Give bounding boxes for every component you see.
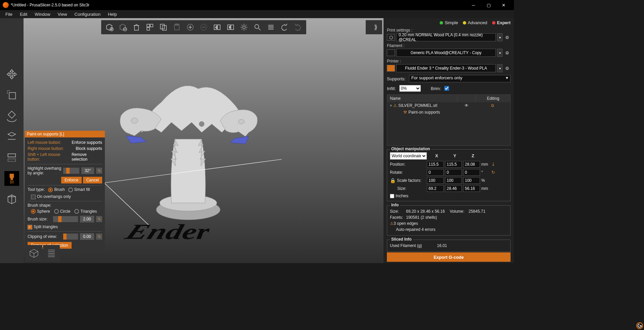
coord-mode-select[interactable]: World coordinates	[390, 152, 427, 160]
size-z[interactable]	[463, 185, 480, 192]
split-parts-button[interactable]: P	[225, 22, 236, 33]
infill-select[interactable]: 0%	[399, 85, 421, 92]
menu-view[interactable]: View	[54, 11, 71, 18]
svg-point-33	[243, 26, 245, 29]
seam-tool[interactable]	[4, 192, 19, 207]
mode-advanced[interactable]: Advanced	[463, 20, 487, 25]
copy-button[interactable]	[158, 22, 169, 33]
remove-instance-button[interactable]	[198, 22, 209, 33]
app-icon	[3, 2, 9, 8]
arrange-button[interactable]	[144, 22, 156, 33]
printer-dropdown-icon[interactable]: ▾	[497, 64, 502, 72]
lock-icon[interactable]: 🔒	[390, 178, 396, 183]
sphere-radio[interactable]: Sphere	[31, 209, 50, 214]
rot-x[interactable]	[427, 169, 444, 176]
delete-button[interactable]	[131, 22, 142, 33]
place-tool[interactable]	[4, 129, 19, 144]
svg-point-43	[238, 119, 244, 124]
highlight-angle-input[interactable]	[81, 167, 94, 174]
print-gear-icon[interactable]: ⚙	[504, 34, 511, 41]
menu-configuration[interactable]: Configuration	[71, 11, 104, 18]
menu-help[interactable]: Help	[105, 11, 120, 18]
printer-gear-icon[interactable]: ⚙	[504, 65, 511, 72]
print-settings-select[interactable]: 0.20 mm NORMAL Wood PLA (0.4 mm nozzle) …	[396, 33, 496, 41]
scale-x[interactable]	[427, 177, 444, 184]
printer-swatch	[387, 65, 395, 72]
edit-icon[interactable]: ✎	[96, 234, 102, 240]
rot-z[interactable]	[463, 169, 480, 176]
visibility-icon[interactable]: 👁	[457, 103, 476, 108]
clipping-input[interactable]	[80, 233, 94, 240]
pos-x[interactable]	[427, 161, 444, 168]
left-toolbar	[0, 18, 24, 263]
search-button[interactable]	[252, 22, 263, 33]
add-instance-button[interactable]	[185, 22, 196, 33]
split-triangles-check[interactable]: Split triangles	[28, 224, 58, 229]
menu-edit[interactable]: Edit	[16, 11, 31, 18]
mode-selector-row: Simple Advanced Expert	[384, 18, 514, 27]
layers-button[interactable]	[265, 22, 277, 33]
mode-expert[interactable]: Expert	[492, 20, 511, 25]
brush-radio[interactable]: Brush	[48, 187, 65, 192]
scale-tool[interactable]	[4, 88, 19, 102]
rotate-tool[interactable]	[4, 109, 19, 123]
move-tool[interactable]	[4, 67, 19, 82]
redo-button[interactable]	[292, 22, 304, 33]
object-row[interactable]: ▾ ⚠ SILVER_POMMEL.stl 👁 ⧉	[387, 102, 510, 109]
edit-icon[interactable]: ✎	[96, 168, 102, 174]
size-x[interactable]	[427, 185, 444, 192]
cancel-button[interactable]: Cancel	[83, 177, 102, 183]
settings-gear-button[interactable]	[238, 22, 250, 33]
split-objects-button[interactable]: O	[211, 22, 223, 33]
print-dropdown-icon[interactable]: ▾	[497, 33, 502, 41]
filament-dropdown-icon[interactable]: ▾	[497, 49, 502, 57]
filament-gear-icon[interactable]: ⚙	[504, 49, 511, 56]
scale-z[interactable]	[463, 177, 480, 184]
view-layers-button[interactable]	[43, 245, 60, 262]
printer-select[interactable]: Fluidd Ender 3 * Creality Ender-3 - Wood…	[396, 64, 496, 72]
size-y[interactable]	[445, 185, 462, 192]
pos-z[interactable]	[463, 161, 480, 168]
overhangs-only-check[interactable]: On overhangs only	[31, 194, 71, 199]
view-3d-button[interactable]	[26, 245, 42, 262]
viewport-3d[interactable]: O P ⟪ ⟫ Ender	[24, 18, 384, 263]
add-button[interactable]	[104, 22, 115, 33]
highlight-angle-slider[interactable]	[63, 168, 79, 174]
supports-select[interactable]: For support enforcers only▾	[409, 75, 511, 82]
mode-simple[interactable]: Simple	[440, 20, 458, 25]
brushsize-input[interactable]	[80, 216, 94, 222]
brushsize-slider[interactable]	[53, 216, 78, 222]
filament-label: Filament :	[387, 43, 511, 48]
maximize-button[interactable]: ▢	[481, 0, 496, 10]
brim-checkbox[interactable]	[444, 85, 449, 92]
menu-window[interactable]: Window	[31, 11, 53, 18]
smartfill-radio[interactable]: Smart fill	[68, 187, 90, 192]
paint-supports-tool[interactable]	[4, 171, 19, 186]
edit-icon[interactable]: ✎	[96, 216, 102, 222]
object-name: SILVER_POMMEL.stl	[398, 103, 456, 108]
rot-y[interactable]	[445, 169, 462, 176]
reset-rotate-icon[interactable]: ↻	[491, 170, 495, 175]
menu-file[interactable]: File	[2, 11, 16, 18]
object-subrow[interactable]: ⚒ Paint-on supports	[387, 109, 510, 116]
svg-rect-4	[8, 159, 16, 162]
scale-y[interactable]	[445, 177, 462, 184]
minimize-button[interactable]: ─	[466, 0, 481, 10]
filament-select[interactable]: Generic PLA Wood@CREALITY - Copy	[396, 49, 496, 57]
export-gcode-button[interactable]: Export G-code	[387, 252, 511, 262]
remove-button[interactable]	[117, 22, 129, 33]
inches-check[interactable]: Inches	[390, 193, 408, 198]
clipping-slider[interactable]	[63, 234, 78, 240]
triangles-radio[interactable]: Triangles	[74, 209, 97, 214]
cut-tool[interactable]	[4, 150, 19, 165]
sliced-legend: Sliced Info	[390, 237, 413, 242]
circle-radio[interactable]: Circle	[54, 209, 71, 214]
pos-y[interactable]	[445, 161, 462, 168]
collapse-toolbar-right[interactable]: ⟫	[369, 20, 382, 34]
close-button[interactable]: ✕	[496, 0, 511, 10]
paste-button[interactable]	[171, 22, 183, 33]
editing-icon[interactable]: ⧉	[477, 103, 508, 108]
drop-icon[interactable]: ⤓	[491, 162, 495, 167]
undo-button[interactable]	[279, 22, 290, 33]
enforce-button[interactable]: Enforce	[61, 177, 82, 183]
